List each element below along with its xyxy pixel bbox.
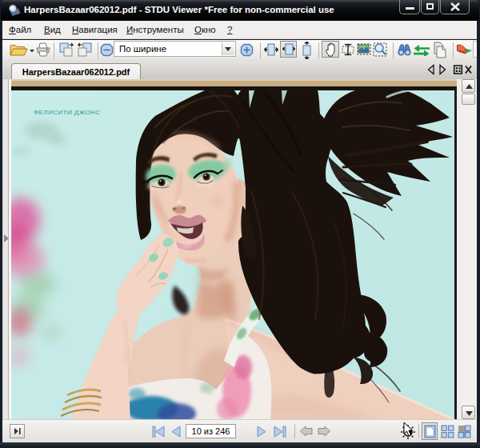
svg-text:ФЕЛИСИТИ ДЖОНС: ФЕЛИСИТИ ДЖОНС [34, 109, 101, 116]
